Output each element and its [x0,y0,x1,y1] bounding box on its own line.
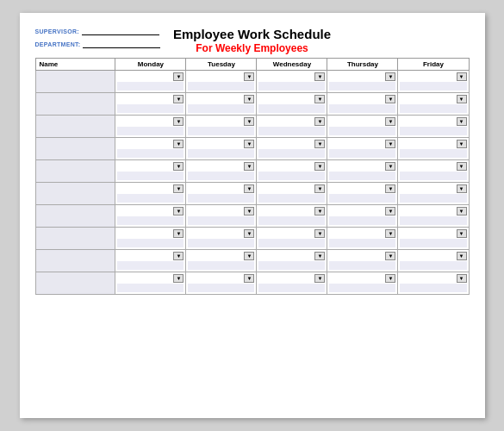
tuesday-dropdown[interactable]: ▼ [244,207,254,216]
friday-dropdown[interactable]: ▼ [457,274,467,283]
thursday-dropdown[interactable]: ▼ [385,252,395,260]
monday-content[interactable] [117,82,184,91]
tuesday-content[interactable] [188,284,254,292]
wednesday-content[interactable] [258,261,325,270]
thursday-dropdown[interactable]: ▼ [385,207,395,216]
wednesday-content[interactable] [258,284,325,292]
friday-dropdown[interactable]: ▼ [457,229,467,238]
tuesday-content[interactable] [188,194,254,203]
wednesday-content[interactable] [258,194,325,203]
tuesday-dropdown[interactable]: ▼ [244,184,254,193]
friday-content[interactable] [400,127,466,135]
thursday-content[interactable] [329,194,395,203]
tuesday-content[interactable] [188,82,254,91]
name-cell[interactable] [35,71,115,93]
thursday-content[interactable] [329,149,395,158]
monday-dropdown[interactable]: ▼ [173,274,184,283]
monday-content[interactable] [117,194,184,203]
monday-content[interactable] [117,104,184,113]
department-input[interactable] [83,40,160,48]
monday-content[interactable] [117,261,184,270]
wednesday-dropdown[interactable]: ▼ [314,207,325,216]
tuesday-dropdown[interactable]: ▼ [244,117,254,126]
monday-content[interactable] [117,216,184,225]
friday-dropdown[interactable]: ▼ [457,162,467,171]
wednesday-dropdown[interactable]: ▼ [314,252,325,260]
thursday-content[interactable] [329,82,395,91]
friday-dropdown[interactable]: ▼ [457,140,467,148]
monday-dropdown[interactable]: ▼ [173,229,184,238]
monday-content[interactable] [117,127,184,135]
thursday-content[interactable] [329,104,395,113]
friday-dropdown[interactable]: ▼ [457,252,467,260]
friday-dropdown[interactable]: ▼ [457,184,467,193]
monday-dropdown[interactable]: ▼ [173,117,184,126]
tuesday-content[interactable] [188,104,254,113]
monday-content[interactable] [117,284,184,292]
tuesday-content[interactable] [188,216,254,225]
friday-content[interactable] [400,82,466,91]
thursday-content[interactable] [329,261,395,270]
tuesday-content[interactable] [188,149,254,158]
thursday-content[interactable] [329,284,395,292]
monday-dropdown[interactable]: ▼ [173,140,184,148]
name-cell[interactable] [35,205,115,228]
friday-content[interactable] [400,261,466,270]
wednesday-dropdown[interactable]: ▼ [314,95,325,103]
name-cell[interactable] [35,250,115,272]
friday-dropdown[interactable]: ▼ [457,117,467,126]
name-cell[interactable] [35,138,115,160]
wednesday-dropdown[interactable]: ▼ [314,140,325,148]
thursday-dropdown[interactable]: ▼ [385,72,395,81]
monday-dropdown[interactable]: ▼ [173,252,184,260]
monday-content[interactable] [117,239,184,247]
wednesday-content[interactable] [258,216,325,225]
name-cell[interactable] [35,183,115,205]
tuesday-content[interactable] [188,239,254,247]
thursday-dropdown[interactable]: ▼ [385,117,395,126]
tuesday-dropdown[interactable]: ▼ [244,252,254,260]
name-cell[interactable] [35,160,115,183]
name-cell[interactable] [35,116,115,138]
monday-content[interactable] [117,149,184,158]
wednesday-dropdown[interactable]: ▼ [314,72,325,81]
name-cell[interactable] [35,93,115,116]
friday-content[interactable] [400,172,466,180]
friday-content[interactable] [400,284,466,292]
tuesday-dropdown[interactable]: ▼ [244,95,254,103]
tuesday-content[interactable] [188,261,254,270]
tuesday-dropdown[interactable]: ▼ [244,274,254,283]
wednesday-content[interactable] [258,239,325,247]
tuesday-dropdown[interactable]: ▼ [244,229,254,238]
wednesday-content[interactable] [258,127,325,135]
name-cell[interactable] [35,228,115,250]
wednesday-dropdown[interactable]: ▼ [314,274,325,283]
monday-dropdown[interactable]: ▼ [173,95,184,103]
thursday-dropdown[interactable]: ▼ [385,229,395,238]
thursday-content[interactable] [329,172,395,180]
wednesday-content[interactable] [258,82,325,91]
monday-dropdown[interactable]: ▼ [173,162,184,171]
tuesday-content[interactable] [188,172,254,180]
friday-content[interactable] [400,239,466,247]
monday-dropdown[interactable]: ▼ [173,184,184,193]
tuesday-dropdown[interactable]: ▼ [244,72,254,81]
friday-dropdown[interactable]: ▼ [457,72,467,81]
friday-content[interactable] [400,149,466,158]
thursday-content[interactable] [329,239,395,247]
wednesday-content[interactable] [258,172,325,180]
tuesday-dropdown[interactable]: ▼ [244,162,254,171]
thursday-dropdown[interactable]: ▼ [385,95,395,103]
thursday-dropdown[interactable]: ▼ [385,140,395,148]
thursday-dropdown[interactable]: ▼ [385,184,395,193]
name-cell[interactable] [35,272,115,295]
wednesday-content[interactable] [258,104,325,113]
friday-content[interactable] [400,194,466,203]
thursday-dropdown[interactable]: ▼ [385,162,395,171]
wednesday-content[interactable] [258,149,325,158]
friday-content[interactable] [400,216,466,225]
thursday-content[interactable] [329,216,395,225]
friday-content[interactable] [400,104,466,113]
monday-dropdown[interactable]: ▼ [173,207,184,216]
wednesday-dropdown[interactable]: ▼ [314,117,325,126]
